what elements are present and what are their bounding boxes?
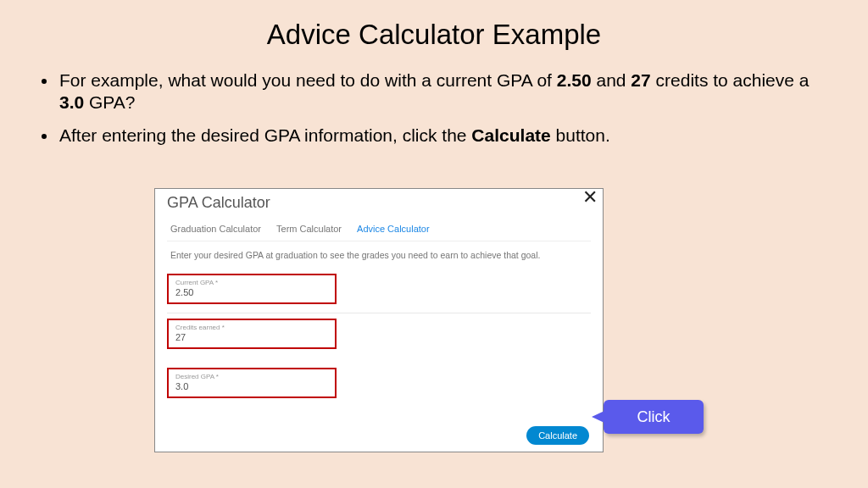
text: button. <box>551 125 610 145</box>
field-credits-earned[interactable]: Credits earned * 27 <box>167 319 337 349</box>
field-label: Desired GPA * <box>175 373 328 380</box>
field-value: 2.50 <box>175 286 328 297</box>
field-current-gpa[interactable]: Current GPA * 2.50 <box>167 274 337 304</box>
divider <box>167 313 591 313</box>
field-value: 27 <box>175 331 328 342</box>
text-bold: 27 <box>631 70 650 90</box>
field-label: Current GPA * <box>175 279 328 286</box>
tab-row: Graduation Calculator Term Calculator Ad… <box>167 217 591 241</box>
field-value: 3.0 <box>175 380 328 391</box>
field-desired-gpa[interactable]: Desired GPA * 3.0 <box>167 368 337 398</box>
click-callout: Click <box>604 400 704 434</box>
text-bold: Calculate <box>471 125 550 145</box>
text-bold: 2.50 <box>557 70 592 90</box>
field-label: Credits earned * <box>175 324 328 331</box>
text-bold: 3.0 <box>59 92 84 112</box>
text: credits to achieve a <box>651 70 810 90</box>
text: and <box>592 70 632 90</box>
tab-advice[interactable]: Advice Calculator <box>357 224 430 234</box>
slide-title: Advice Calculator Example <box>0 0 868 51</box>
tab-graduation[interactable]: Graduation Calculator <box>170 224 261 234</box>
text: GPA? <box>84 92 135 112</box>
text: After entering the desired GPA informati… <box>59 125 471 145</box>
tab-term[interactable]: Term Calculator <box>276 224 342 234</box>
calculate-button[interactable]: Calculate <box>526 426 589 445</box>
panel-title: GPA Calculator <box>167 194 591 217</box>
gpa-calculator-panel: ✕ GPA Calculator Graduation Calculator T… <box>154 188 604 452</box>
bullet-2: After entering the desired GPA informati… <box>58 125 827 147</box>
bullet-list: For example, what would you need to do w… <box>0 51 868 165</box>
text: For example, what would you need to do w… <box>59 70 557 90</box>
bullet-1: For example, what would you need to do w… <box>58 69 827 114</box>
close-icon[interactable]: ✕ <box>582 186 598 208</box>
panel-hint: Enter your desired GPA at graduation to … <box>167 250 591 260</box>
